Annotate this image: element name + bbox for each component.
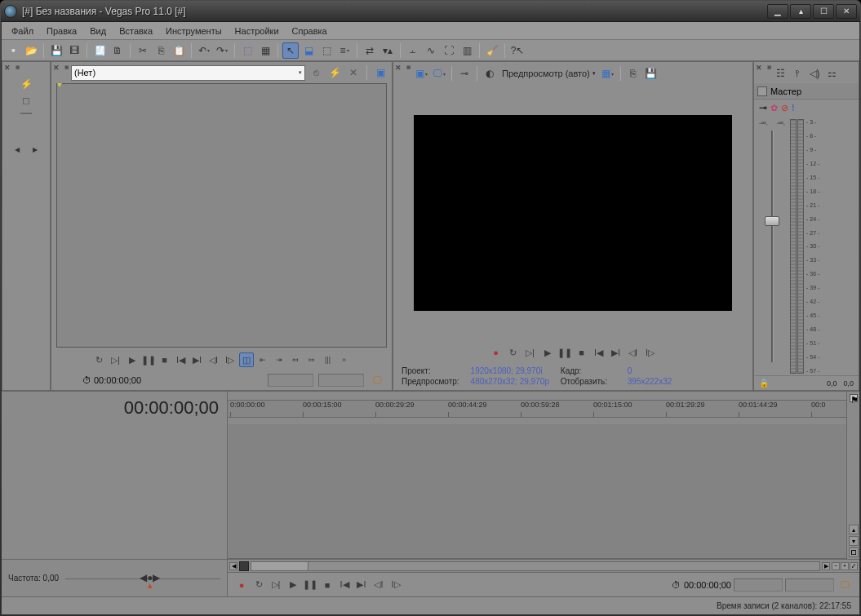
menu-file[interactable]: Файл xyxy=(5,24,40,38)
stop-button[interactable]: ■ xyxy=(158,352,172,367)
loop-button[interactable]: ↻ xyxy=(506,345,521,360)
paste-button[interactable]: 📋 xyxy=(171,42,187,59)
menu-insert[interactable]: Вставка xyxy=(113,24,159,38)
add-to-timeline-button[interactable]: ◫ xyxy=(239,352,254,367)
menu-tools[interactable]: Инструменты xyxy=(159,24,229,38)
ignore-group-button[interactable]: ⛶ xyxy=(441,42,457,59)
scroll-left-button[interactable]: ◀ xyxy=(229,562,237,570)
scroll-right-button[interactable]: ▶ xyxy=(822,562,830,570)
trimmer-media-select[interactable]: (Нет) xyxy=(71,65,305,81)
go-end-button[interactable]: ▶I xyxy=(354,578,369,592)
preview-fx-button[interactable]: ⊸ xyxy=(456,65,473,82)
fader-knob[interactable] xyxy=(765,216,779,226)
preview-copy-frame-button[interactable]: ⎘ xyxy=(625,65,641,82)
timeline-ruler[interactable]: 0:00:00:0000:00:15:0000:00:29:2900:00:44… xyxy=(228,400,846,418)
master-btn3[interactable]: ◁) xyxy=(806,65,823,82)
zoom-out-v-button[interactable]: ▾ xyxy=(849,536,859,546)
close-button[interactable]: ✕ xyxy=(836,4,857,19)
master-btn2[interactable]: ⫯ xyxy=(789,65,806,82)
prev-frame-button[interactable]: ◁I xyxy=(626,345,641,360)
preview-save-frame-button[interactable]: 💾 xyxy=(643,65,659,82)
cut-button[interactable]: ✂ xyxy=(135,42,151,59)
master-mute-icon[interactable]: ⊘ xyxy=(781,103,788,113)
play-from-start-button[interactable]: ▷| xyxy=(109,352,123,367)
snap-button[interactable]: ⬚ xyxy=(239,42,255,59)
go-end-button[interactable]: ▶I xyxy=(609,345,624,360)
save-button[interactable]: 💾 xyxy=(48,42,64,59)
transport-b-icon[interactable]: ⇥ xyxy=(272,352,286,367)
record-button[interactable]: ● xyxy=(234,578,249,592)
more-tools-button[interactable]: ≡ xyxy=(336,42,353,59)
menu-options[interactable]: Настройки xyxy=(229,24,286,38)
preview-grid-button[interactable]: ▦ xyxy=(600,65,616,82)
transport-c-icon[interactable]: ⤆ xyxy=(288,352,303,367)
go-end-button[interactable]: ▶I xyxy=(190,352,205,367)
panel-close-icon[interactable]: ✕ xyxy=(395,64,402,72)
preview-ext-button[interactable]: 🖵 xyxy=(431,65,447,82)
next-frame-button[interactable]: I▷ xyxy=(388,578,403,592)
edit-tool-button[interactable]: ↖ xyxy=(282,42,299,59)
pause-button[interactable]: ❚❚ xyxy=(557,345,572,360)
master-checkbox[interactable] xyxy=(757,86,767,96)
menu-view[interactable]: Вид xyxy=(83,24,113,38)
play-from-start-button[interactable]: ▷| xyxy=(523,345,538,360)
trimmer-delete-icon[interactable]: ✕ xyxy=(345,64,362,81)
play-button[interactable]: ▶ xyxy=(286,578,300,592)
select-tool-button[interactable]: ⬚ xyxy=(318,42,335,59)
unknown-btn[interactable]: ⧠ xyxy=(849,547,859,557)
copy-button[interactable]: ⎘ xyxy=(153,42,169,59)
master-btn1[interactable]: ☷ xyxy=(772,65,788,82)
preview-quality-dropdown[interactable]: Предпросмотр (авто) xyxy=(499,69,598,78)
loop-button[interactable]: ↻ xyxy=(251,578,266,592)
stop-button[interactable]: ■ xyxy=(575,345,589,360)
snap-grid-button[interactable]: ▾▴ xyxy=(379,42,396,59)
stop-button[interactable]: ■ xyxy=(320,578,335,592)
preview-split-button[interactable]: ◐ xyxy=(482,65,498,82)
maximize-up-button[interactable]: ▴ xyxy=(790,4,811,19)
footer-field1[interactable] xyxy=(734,578,783,592)
zoom-in-v-button[interactable]: ▴ xyxy=(849,525,859,534)
panel-close-icon[interactable]: ✕ xyxy=(756,64,762,72)
lock-env-button[interactable]: ∿ xyxy=(423,42,439,59)
pause-button[interactable]: ❚❚ xyxy=(141,352,156,367)
zoom-out-h-button[interactable]: − xyxy=(832,562,840,570)
prev-frame-button[interactable]: ◁I xyxy=(206,352,221,367)
track-area[interactable] xyxy=(228,424,846,559)
preview-device-button[interactable]: ▣ xyxy=(413,65,429,82)
properties2-button[interactable]: 🗎 xyxy=(109,42,126,59)
maximize-button[interactable]: ☐ xyxy=(813,4,834,19)
pause-button[interactable]: ❚❚ xyxy=(303,578,317,592)
h-scrollbar[interactable] xyxy=(251,561,820,571)
panel-close-icon[interactable]: ✕ xyxy=(53,64,60,72)
menu-help[interactable]: Справка xyxy=(286,24,334,38)
transport-a-icon[interactable]: ⇤ xyxy=(255,352,270,367)
trimmer-fx-icon[interactable]: ⎋ xyxy=(308,64,324,81)
lock-icon[interactable]: 🔒 xyxy=(759,379,769,388)
footer-mon-icon[interactable]: 🖵 xyxy=(837,577,853,593)
envelope-tool-button[interactable]: ⬓ xyxy=(300,42,317,59)
trimmer-mon-icon[interactable]: 🖵 xyxy=(369,372,385,388)
explorer-square-icon[interactable]: ◻ xyxy=(19,93,33,108)
properties-button[interactable]: 🧾 xyxy=(91,42,108,59)
transport-d-icon[interactable]: ⤇ xyxy=(304,352,319,367)
zoom-fit-button[interactable]: ⤢ xyxy=(850,562,858,570)
play-button[interactable]: ▶ xyxy=(540,345,555,360)
cleanup-button[interactable]: 🧹 xyxy=(484,42,500,59)
go-start-button[interactable]: I◀ xyxy=(592,345,606,360)
ripple-button[interactable]: ⫠ xyxy=(405,42,421,59)
auto-crossfade-button[interactable]: ⇄ xyxy=(362,42,378,59)
dyn-ram-button[interactable]: ▥ xyxy=(459,42,475,59)
master-gear-icon[interactable]: ✿ xyxy=(770,103,778,113)
trimmer-screen-icon[interactable]: ▣ xyxy=(372,64,388,81)
loop-button[interactable]: ↻ xyxy=(92,352,107,367)
help-button[interactable]: ?↖ xyxy=(509,42,526,59)
panel-close-icon[interactable]: ✕ xyxy=(4,64,11,72)
footer-field2[interactable] xyxy=(785,578,834,592)
explorer-flash-icon[interactable]: ⚡ xyxy=(19,77,33,91)
zoom-in-h-button[interactable]: + xyxy=(841,562,849,570)
undo-button[interactable]: ↶ xyxy=(196,42,212,59)
trimmer-field1[interactable] xyxy=(268,374,313,387)
go-start-button[interactable]: I◀ xyxy=(337,578,352,592)
record-button[interactable]: ● xyxy=(489,345,504,360)
menu-edit[interactable]: Правка xyxy=(40,24,83,38)
